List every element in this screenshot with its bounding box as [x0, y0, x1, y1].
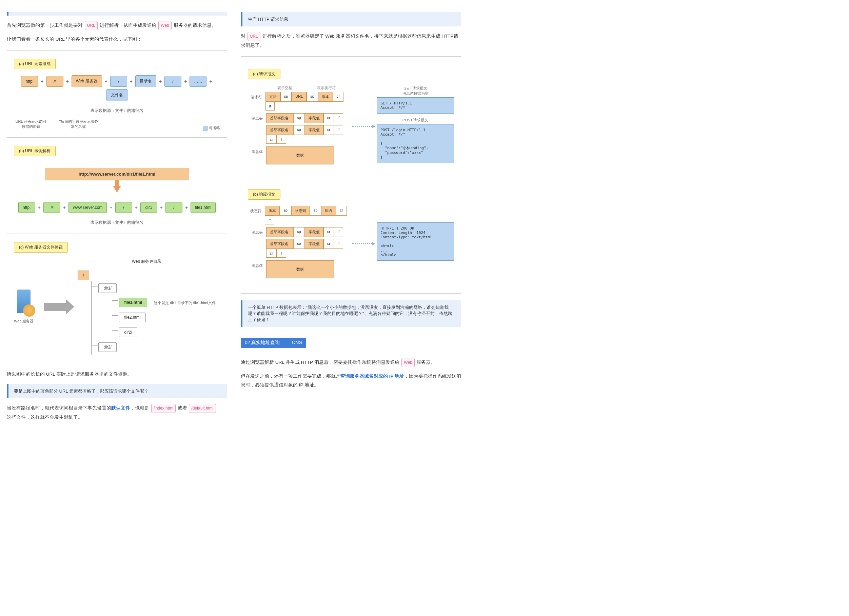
section-dns-title: 02 真实地址查询 —— DNS	[241, 338, 306, 348]
callout-quote: 一个孤单 HTTP 数据包表示："我这么一个小小的数据包，没亲没友，直接发到浩瀚…	[241, 301, 461, 327]
diagram-section-b: (b) URL 示例解析 http://www.server.com/dir1/…	[7, 138, 227, 234]
diagram-section-c: (c) Web 服务器文件路径 Web 服务器 Web 服务更目录 / dir1…	[7, 234, 227, 363]
page-right: 生产 HTTP 请求信息 对 URL 进行解析之后，浏览器确定了 Web 服务器…	[241, 7, 461, 427]
dashed-arrow-icon	[352, 126, 372, 127]
blk-server: Web 服务器	[71, 75, 102, 87]
legend: 可省略	[203, 125, 220, 131]
post-example: POST /login HTTP/1.1 Accept: */* { "name…	[377, 124, 454, 163]
callout-top	[7, 12, 227, 16]
para-r3: 但在发送之前，还有一项工作需要完成，那就是查询服务器域名对应的 IP 地址，因为…	[241, 372, 461, 389]
arrow-down-icon	[112, 186, 122, 199]
label-a: (a) URL 元素组成	[14, 59, 56, 69]
label-b: (b) URL 示例解析	[14, 146, 56, 156]
label-c: (c) Web 服务器文件路径	[14, 242, 68, 253]
http-message-diagram: (a) 请求报文 表示空格表示换行符 请求行 方法spURLsp版本crlf 消…	[241, 56, 461, 293]
para-4: 当没有路径名时，就代表访问根目录下事先设置的默认文件，也就是 /index.ht…	[7, 404, 227, 421]
url-diagram: (a) URL 元素组成 http:+ //+ Web 服务器+ /+ 目录名+…	[7, 50, 227, 363]
blk-slash: //	[46, 76, 63, 87]
blk-dir: 目录名	[135, 75, 156, 87]
diagram-section-a: (a) URL 元素组成 http:+ //+ Web 服务器+ /+ 目录名+…	[7, 51, 227, 138]
brace-note: 表示数据源（文件）的路径名	[14, 108, 220, 113]
blk-s1: /	[110, 76, 127, 87]
arrow-right-icon	[44, 303, 67, 311]
url-tag: URL	[85, 21, 98, 30]
para-1: 首先浏览器做的第一步工作就是要对 URL 进行解析，从而生成发送给 Web 服务…	[7, 21, 227, 30]
blk-http: http:	[21, 76, 38, 87]
get-example: GET / HTTP/1.1 Accept: */*	[377, 97, 454, 113]
page-left: 首先浏览器做的第一步工作就是要对 URL 进行解析，从而生成发送给 Web 服务…	[7, 7, 227, 427]
response-example: HTTP/1.1 200 OK Content-Length: 1024 Con…	[377, 222, 454, 261]
blk-file: 文件名	[106, 89, 128, 101]
callout-http: 生产 HTTP 请求信息	[241, 12, 461, 27]
blk-s2: /	[164, 76, 182, 87]
note-server: //后面的字符串表示服务器的名称	[58, 119, 99, 129]
para-r1: 对 URL 进行解析之后，浏览器确定了 Web 服务器和文件名，接下来就是根据这…	[241, 32, 461, 49]
note-protocol: URL 开头表示访问数据的协议	[14, 119, 48, 129]
para-3: 所以图中的长长的 URL 实际上是请求服务器里的文件资源。	[7, 370, 227, 379]
blk-dots: ……	[189, 76, 207, 87]
para-2: 让我们看看一条长长的 URL 里的各个元素的代表什么，见下图：	[7, 35, 227, 44]
para-r2: 通过浏览器解析 URL 并生成 HTTP 消息后，需要委托操作系统将消息发送给 …	[241, 358, 461, 367]
web-tag: Web	[158, 21, 171, 30]
server-icon	[17, 290, 31, 313]
dashed-arrow-icon	[352, 243, 372, 244]
callout-question: 要是上图中的蓝色部分 URL 元素都省略了，那应该请求哪个文件呢？	[7, 384, 227, 398]
url-bar: http://www.server.com/dir1/file1.html	[45, 168, 189, 180]
